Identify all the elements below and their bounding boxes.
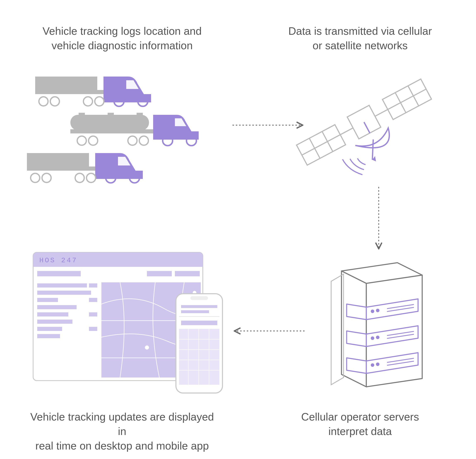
vehicle-tracking-flow-diagram: Vehicle tracking logs location and vehic…: [0, 0, 476, 459]
flow-arrows: [0, 0, 476, 459]
